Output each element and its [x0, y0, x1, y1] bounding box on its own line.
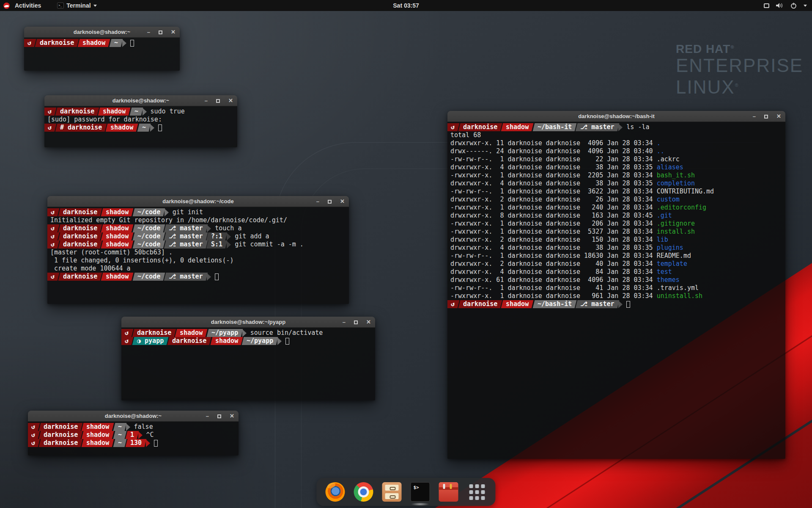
prompt-segment-label: ⎇ master: [169, 240, 203, 248]
shell-prompt-line: ↺darknoiseshadow~/code⎇ masterS:1git com…: [47, 240, 349, 248]
redhat-prompt-icon: ↺: [451, 300, 455, 308]
prompt-segment: ↺: [28, 431, 40, 439]
close-button[interactable]: ✕: [366, 317, 371, 328]
minimize-button[interactable]: –: [206, 411, 209, 422]
prompt-segment-label: darknoise: [137, 329, 171, 337]
file-attributes: -rwxrwxr-x. 1 darknoise darknoise 961 Ja…: [450, 292, 657, 300]
prompt-segment-label: shadow: [506, 300, 529, 308]
terminal-output-line: Initialized empty Git repository in /hom…: [47, 216, 349, 224]
prompt-segment: darknoise: [458, 123, 502, 131]
shell-prompt-line: ↺darknoiseshadow~false: [28, 423, 239, 431]
prompt-segment-label: 130: [130, 439, 142, 447]
window-titlebar[interactable]: darknoise@shadow:~/bash-it –✕: [447, 111, 785, 122]
redhat-prompt-icon: ↺: [51, 240, 55, 248]
screen-icon[interactable]: [764, 3, 769, 8]
close-button[interactable]: ✕: [340, 196, 345, 207]
prompt-segment: darknoise: [132, 329, 176, 337]
terminal-content[interactable]: ↺darknoiseshadow~: [24, 38, 180, 71]
prompt-segment-label: S:1: [211, 240, 222, 248]
prompt-segment-label: shadow: [506, 123, 529, 131]
prompt-segment-label: darknoise: [63, 224, 97, 232]
minimize-button[interactable]: –: [147, 27, 150, 38]
window-titlebar[interactable]: darknoise@shadow:~/pyapp –✕: [121, 317, 375, 328]
maximize-button[interactable]: [328, 200, 332, 204]
prompt-segment: ↺: [121, 337, 133, 345]
terminal-content[interactable]: ↺darknoiseshadow~/pyappsource bin/activa…: [121, 328, 375, 400]
close-button[interactable]: ✕: [230, 411, 234, 422]
maximize-button[interactable]: [354, 320, 358, 324]
prompt-segment: ↺: [28, 439, 40, 447]
prompt-segment: darknoise: [55, 108, 99, 116]
dock-item-toolbox[interactable]: [439, 482, 459, 502]
maximize-button[interactable]: [159, 30, 162, 34]
prompt-segment-label: ⎇ master: [169, 224, 203, 232]
prompt-segment: darknoise: [39, 423, 83, 431]
file-list-row: -rwxrwxr-x. 1 darknoise darknoise 2205 J…: [447, 171, 785, 179]
close-button[interactable]: ✕: [171, 27, 176, 38]
redhat-prompt-icon: ↺: [31, 439, 35, 447]
file-name: plugins: [657, 244, 683, 251]
prompt-segment: ↺: [447, 300, 459, 308]
prompt-segment: ~: [113, 423, 126, 431]
activities-button[interactable]: Activities: [12, 2, 44, 9]
terminal-content[interactable]: ↺darknoiseshadow~/bash-it⎇ masterls -lat…: [447, 122, 785, 459]
window-titlebar[interactable]: darknoise@shadow:~ –✕: [24, 27, 180, 38]
app-menu-terminal[interactable]: >_ Terminal: [54, 1, 100, 10]
dock-item-app-grid[interactable]: [467, 482, 487, 502]
dock-item-files[interactable]: [382, 482, 402, 502]
system-menu-chevron-icon[interactable]: [804, 5, 807, 7]
window-titlebar[interactable]: darknoise@shadow:~ –✕: [44, 95, 237, 106]
prompt-segment-label: darknoise: [172, 337, 206, 345]
prompt-segment: # darknoise: [55, 124, 107, 132]
volume-icon[interactable]: [776, 3, 784, 8]
file-attributes: -rw-rw-r--. 1 darknoise darknoise 22 Jan…: [450, 155, 657, 163]
file-list-row: drwxrwxr-x. 61 darknoise darknoise 4096 …: [447, 276, 785, 284]
power-icon[interactable]: [790, 3, 797, 9]
dock-item-chrome[interactable]: [354, 482, 374, 502]
shell-prompt-line: ↺# darknoiseshadow~: [44, 124, 237, 132]
redhat-prompt-icon: ↺: [51, 224, 55, 232]
brand-red-hat: RED HAT: [676, 42, 730, 55]
prompt-segment: shadow: [82, 423, 114, 431]
maximize-button[interactable]: [217, 414, 221, 418]
file-attributes: drwxrwxr-x. 61 darknoise darknoise 4096 …: [450, 276, 657, 284]
maximize-button[interactable]: [216, 99, 220, 103]
prompt-segment-label: ~/bash-it: [538, 300, 572, 308]
window-titlebar[interactable]: darknoise@shadow:~ –✕: [28, 411, 239, 422]
typed-command: false: [134, 423, 153, 431]
window-titlebar[interactable]: darknoise@shadow:~/code –✕: [47, 196, 349, 207]
prompt-segment: shadow: [98, 108, 131, 116]
file-list-row: drwx------. 24 darknoise darknoise 4096 …: [447, 147, 785, 155]
terminal-content[interactable]: ↺darknoiseshadow~/codegit initInitialize…: [47, 207, 349, 304]
terminal-app-icon: >_: [57, 3, 64, 8]
prompt-segment: ~: [137, 124, 151, 132]
maximize-button[interactable]: [764, 115, 768, 119]
terminal-content[interactable]: ↺darknoiseshadow~false↺darknoiseshadow~1…: [28, 422, 239, 456]
close-button[interactable]: ✕: [776, 111, 781, 122]
prompt-segment-label: ~/pyapp: [247, 337, 273, 345]
prompt-segment: shadow: [82, 431, 114, 439]
minimize-button[interactable]: –: [205, 95, 208, 106]
minimize-button[interactable]: –: [753, 111, 756, 122]
file-attributes: drwxrwxr-x. 4 darknoise darknoise 38 Jan…: [450, 163, 657, 171]
file-name: ..: [657, 147, 664, 155]
shell-prompt-line: ↺darknoiseshadow~/code⎇ master: [47, 273, 349, 281]
terminal-content[interactable]: ↺darknoiseshadow~sudo true[sudo] passwor…: [44, 106, 237, 147]
dock-item-terminal[interactable]: $>: [410, 482, 431, 502]
file-attributes: drwxrwxr-x. 4 darknoise darknoise 84 Jan…: [450, 268, 657, 276]
close-button[interactable]: ✕: [228, 95, 233, 106]
dock-item-firefox[interactable]: [325, 482, 346, 502]
terminal-cursor: [130, 40, 134, 47]
prompt-segment: ↺: [28, 423, 40, 431]
typed-command: ^C: [146, 431, 154, 439]
shell-prompt-line: ↺darknoiseshadow~/bash-it⎇ master: [447, 300, 785, 308]
shell-prompt-line: ↺darknoiseshadow~/bash-it⎇ masterls -la: [447, 123, 785, 131]
clock[interactable]: Sat 03:57: [393, 2, 419, 9]
redhat-prompt-icon: ↺: [51, 232, 55, 240]
prompt-segment: ~/code: [132, 208, 165, 216]
prompt-segment: darknoise: [39, 431, 83, 439]
prompt-segment: darknoise: [58, 232, 102, 240]
prompt-segment: shadow: [78, 39, 110, 47]
minimize-button[interactable]: –: [343, 317, 346, 328]
minimize-button[interactable]: –: [316, 196, 319, 207]
